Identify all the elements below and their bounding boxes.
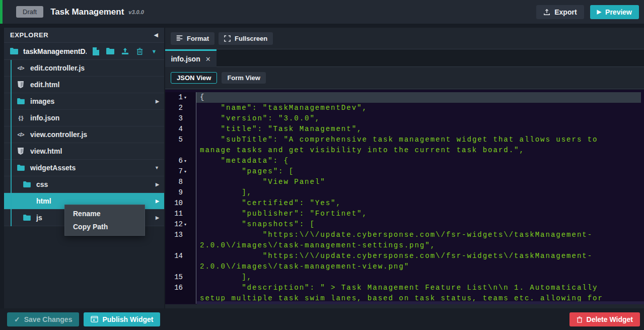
line-number: 15 bbox=[174, 272, 183, 283]
fold-arrow-icon[interactable]: ▾ bbox=[184, 92, 189, 103]
code-line: 7▾ "pages": [ bbox=[165, 166, 644, 177]
fullscreen-button[interactable]: Fullscreen bbox=[219, 32, 273, 45]
file-edit-controller-js[interactable]: </> edit.controller.js bbox=[4, 60, 164, 77]
code-line: 10 "certified": "Yes", bbox=[165, 198, 644, 209]
root-folder-row[interactable]: taskManagementD... ▼ bbox=[4, 43, 164, 60]
code-text: "pages": [ bbox=[196, 166, 644, 177]
code-line: 16 "description": " > Task Management Fe… bbox=[165, 283, 644, 304]
json-view-button[interactable]: JSON View bbox=[171, 72, 217, 84]
editor-toolbar: Format Fullscreen bbox=[165, 28, 644, 49]
app-header: Draft Task Management v3.0.0 Export ▶ Pr… bbox=[0, 0, 644, 24]
export-button[interactable]: Export bbox=[536, 5, 584, 19]
collapse-sidebar-icon[interactable]: ◀ bbox=[154, 32, 158, 38]
code-text: { bbox=[196, 92, 641, 103]
line-number: 9 bbox=[179, 187, 183, 198]
folder-images[interactable]: images ▶ bbox=[4, 93, 164, 110]
chevron-down-icon[interactable]: ▼ bbox=[155, 165, 159, 170]
code-text: "metadata": { bbox=[196, 156, 644, 166]
preview-button[interactable]: ▶ Preview bbox=[590, 5, 639, 19]
context-menu-copy-path[interactable]: Copy Path bbox=[65, 220, 145, 233]
code-line: 14 "https:\/\/update.cybersponse.com\/fs… bbox=[165, 251, 644, 272]
fold-arrow-icon[interactable]: ▾ bbox=[184, 166, 189, 177]
explorer-title: EXPLORER bbox=[10, 31, 48, 39]
code-text: ], bbox=[196, 187, 644, 198]
html-icon bbox=[16, 81, 25, 88]
folder-widgetassets[interactable]: widgetAssets ▼ bbox=[4, 160, 164, 176]
format-button[interactable]: Format bbox=[171, 32, 214, 45]
code-line: 4 "title": "Task Management", bbox=[165, 124, 644, 135]
publish-widget-button[interactable]: Publish Widget bbox=[84, 312, 160, 326]
folder-icon bbox=[10, 47, 18, 55]
html-icon bbox=[16, 148, 25, 155]
code-text: "View Panel" bbox=[196, 177, 644, 187]
explorer-sidebar: EXPLORER ◀ taskManagementD... ▼ </> edit… bbox=[4, 28, 164, 308]
code-text: ], bbox=[196, 272, 644, 283]
context-menu-rename[interactable]: Rename bbox=[65, 207, 145, 220]
file-edit-html[interactable]: edit.html bbox=[4, 77, 164, 93]
code-icon: </> bbox=[16, 65, 25, 71]
code-text: "https:\/\/update.cybersponse.com\/fsr-w… bbox=[196, 251, 644, 272]
code-text: "version": "3.0.0", bbox=[196, 113, 644, 124]
code-text: "https:\/\/update.cybersponse.com\/fsr-w… bbox=[196, 230, 644, 251]
close-tab-icon[interactable]: ✕ bbox=[205, 55, 211, 63]
code-editor[interactable]: 1▾{ 2 "name": "taskManagementDev", 3 "ve… bbox=[165, 90, 644, 304]
code-text: "title": "Task Management", bbox=[196, 124, 644, 135]
code-line: 15 ], bbox=[165, 272, 644, 283]
check-icon: ✓ bbox=[14, 315, 20, 323]
file-view-controller-js[interactable]: </> view.controller.js bbox=[4, 126, 164, 143]
line-number: 14 bbox=[174, 251, 183, 261]
line-number: 8 bbox=[179, 177, 183, 187]
save-changes-button[interactable]: ✓ Save Changes bbox=[7, 312, 79, 326]
line-number: 5 bbox=[179, 135, 183, 145]
line-number: 3 bbox=[179, 113, 183, 124]
line-number: 6 bbox=[179, 156, 183, 166]
line-number: 4 bbox=[179, 124, 183, 135]
folder-icon bbox=[22, 198, 31, 204]
code-text: "publisher": "Fortinet", bbox=[196, 209, 644, 219]
code-text: "name": "taskManagementDev", bbox=[196, 103, 644, 113]
explorer-header: EXPLORER ◀ bbox=[4, 28, 164, 43]
page-title: Task Management bbox=[50, 7, 124, 17]
code-line: 12▾ "snapshots": [ bbox=[165, 219, 644, 230]
code-text: "certified": "Yes", bbox=[196, 198, 644, 209]
code-text: "description": " > Task Management Featu… bbox=[196, 283, 644, 304]
code-icon: </> bbox=[16, 131, 25, 138]
chevron-right-icon[interactable]: ▶ bbox=[156, 199, 159, 204]
code-line: 6▾ "metadata": { bbox=[165, 156, 644, 166]
fold-arrow-icon[interactable]: ▾ bbox=[184, 156, 189, 166]
folder-css[interactable]: css ▶ bbox=[4, 176, 164, 193]
delete-folder-icon[interactable] bbox=[135, 47, 144, 55]
line-number: 16 bbox=[174, 283, 183, 293]
panel-bottom-spacer bbox=[165, 304, 644, 308]
code-line: 5 "subTitle": "A comprehensive task mana… bbox=[165, 135, 644, 156]
editor-panel: Format Fullscreen info.json ✕ JSON View … bbox=[165, 28, 644, 308]
file-view-html[interactable]: view.html bbox=[4, 143, 164, 160]
version-label: v3.0.0 bbox=[128, 9, 144, 15]
folder-icon bbox=[16, 165, 25, 171]
line-number: 12 bbox=[174, 219, 183, 230]
delete-widget-button[interactable]: Delete Widget bbox=[569, 312, 640, 326]
format-icon bbox=[176, 35, 183, 41]
tree-indent-guide bbox=[11, 60, 12, 226]
tab-info-json[interactable]: info.json ✕ bbox=[165, 49, 217, 67]
form-view-button[interactable]: Form View bbox=[222, 72, 266, 84]
json-icon: {:} bbox=[16, 115, 25, 121]
new-file-icon[interactable] bbox=[92, 47, 100, 55]
context-menu: Rename Copy Path bbox=[64, 205, 145, 236]
code-line: 2 "name": "taskManagementDev", bbox=[165, 103, 644, 113]
root-caret-down-icon[interactable]: ▼ bbox=[150, 47, 158, 55]
line-number: 7 bbox=[179, 166, 183, 177]
code-line: 9 ], bbox=[165, 187, 644, 198]
code-line: 11 "publisher": "Fortinet", bbox=[165, 209, 644, 219]
fold-arrow-icon[interactable]: ▾ bbox=[184, 219, 189, 230]
view-toggle-row: JSON View Form View bbox=[165, 67, 644, 89]
new-folder-icon[interactable] bbox=[106, 47, 114, 55]
tab-bar: info.json ✕ bbox=[165, 49, 644, 67]
chevron-right-icon[interactable]: ▶ bbox=[156, 215, 159, 220]
line-number: 10 bbox=[174, 198, 183, 209]
chevron-right-icon[interactable]: ▶ bbox=[156, 182, 159, 187]
upload-file-icon[interactable] bbox=[121, 47, 129, 55]
trash-icon bbox=[577, 316, 583, 323]
chevron-right-icon[interactable]: ▶ bbox=[156, 99, 159, 104]
file-info-json[interactable]: {:} info.json bbox=[4, 110, 164, 126]
